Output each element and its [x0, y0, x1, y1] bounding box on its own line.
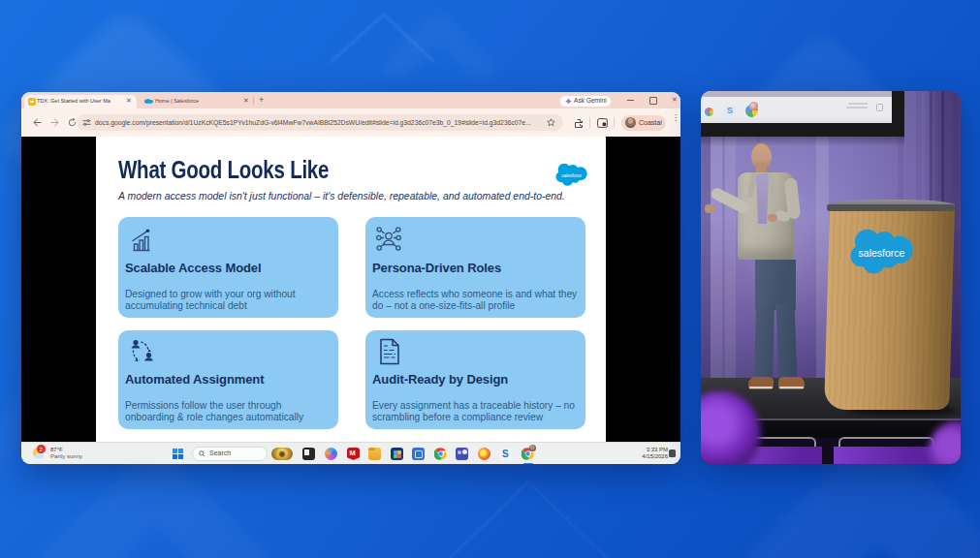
svg-text:salesforce: salesforce	[561, 173, 582, 178]
svg-text:salesforce: salesforce	[859, 247, 905, 259]
